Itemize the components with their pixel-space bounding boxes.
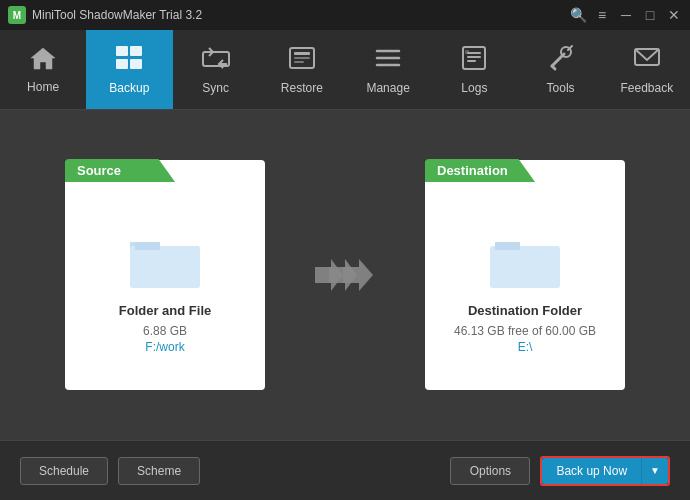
minimize-button[interactable]: ─ [618,8,634,22]
svg-rect-10 [294,61,304,63]
nav-item-sync[interactable]: Sync [173,30,259,109]
app-title: MiniTool ShadowMaker Trial 3.2 [32,8,202,22]
schedule-button[interactable]: Schedule [20,457,108,485]
window-controls: 🔍 ≡ ─ □ ✕ [570,8,682,22]
nav-label-backup: Backup [109,81,149,95]
source-path: F:/work [145,340,184,354]
svg-rect-9 [294,57,310,59]
app-logo: M [8,6,26,24]
bottom-left-actions: Schedule Scheme [20,457,200,485]
nav-bar: Home Backup Sync [0,30,690,110]
svg-rect-0 [116,46,128,56]
destination-path: E:\ [518,340,533,354]
menu-icon[interactable]: ≡ [594,8,610,22]
sync-icon [201,44,231,76]
nav-label-tools: Tools [547,81,575,95]
backup-now-container: Back up Now ▼ [540,456,670,486]
svg-rect-26 [135,242,160,250]
nav-item-logs[interactable]: Logs [431,30,517,109]
backup-icon [114,44,144,76]
main-content: Source Folder and File 6.88 GB F:/work D… [0,110,690,440]
source-title: Folder and File [119,303,211,318]
svg-rect-17 [467,60,476,62]
svg-rect-15 [467,52,481,54]
svg-rect-30 [490,246,560,288]
tools-icon [546,44,576,76]
svg-rect-1 [130,46,142,56]
svg-rect-25 [130,246,200,288]
svg-rect-8 [294,52,310,55]
backup-now-button[interactable]: Back up Now [542,458,641,484]
nav-item-home[interactable]: Home [0,30,86,109]
nav-label-home: Home [27,80,59,94]
destination-card[interactable]: Destination Destination Folder 46.13 GB … [425,160,625,390]
svg-rect-3 [130,59,142,69]
maximize-button[interactable]: □ [642,8,658,22]
nav-item-restore[interactable]: Restore [259,30,345,109]
nav-label-restore: Restore [281,81,323,95]
backup-dropdown-button[interactable]: ▼ [641,458,668,484]
source-folder-icon [130,236,200,291]
search-icon[interactable]: 🔍 [570,8,586,22]
options-button[interactable]: Options [450,457,530,485]
bottom-bar: Schedule Scheme Options Back up Now ▼ [0,440,690,500]
svg-rect-2 [116,59,128,69]
title-bar-left: M MiniTool ShadowMaker Trial 3.2 [8,6,202,24]
manage-icon [373,44,403,76]
bottom-right-actions: Options Back up Now ▼ [450,456,670,486]
nav-item-tools[interactable]: Tools [518,30,604,109]
scheme-button[interactable]: Scheme [118,457,200,485]
arrow-container [315,255,375,295]
destination-title: Destination Folder [468,303,582,318]
nav-label-manage: Manage [366,81,409,95]
source-header: Source [65,159,175,182]
nav-item-manage[interactable]: Manage [345,30,431,109]
destination-body: Destination Folder 46.13 GB free of 60.0… [454,170,596,390]
nav-label-logs: Logs [461,81,487,95]
nav-label-feedback: Feedback [621,81,674,95]
logs-icon [459,44,489,76]
svg-rect-18 [465,50,469,54]
source-size: 6.88 GB [143,322,187,340]
close-button[interactable]: ✕ [666,8,682,22]
restore-icon [287,44,317,76]
destination-info: 46.13 GB free of 60.00 GB [454,322,596,340]
nav-item-backup[interactable]: Backup [86,30,172,109]
svg-line-21 [552,66,555,69]
destination-header: Destination [425,159,535,182]
nav-item-feedback[interactable]: Feedback [604,30,690,109]
svg-rect-31 [495,242,520,250]
nav-label-sync: Sync [202,81,229,95]
svg-rect-16 [467,56,481,58]
source-body: Folder and File 6.88 GB F:/work [119,170,211,390]
title-bar: M MiniTool ShadowMaker Trial 3.2 🔍 ≡ ─ □… [0,0,690,30]
source-card[interactable]: Source Folder and File 6.88 GB F:/work [65,160,265,390]
home-icon [29,45,57,75]
feedback-icon [632,44,662,76]
destination-folder-icon [490,236,560,291]
